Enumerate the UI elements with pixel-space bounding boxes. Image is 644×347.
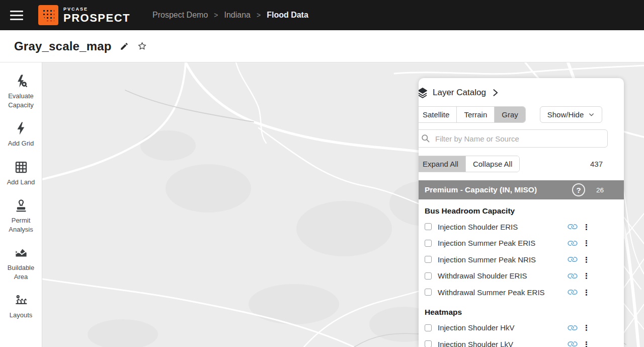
show-hide-dropdown[interactable]: Show/Hide bbox=[540, 106, 603, 123]
logo-text-bottom: PROSPECT bbox=[63, 13, 130, 24]
tool-label: Add Land bbox=[7, 178, 35, 187]
layer-label: Injection Shoulder ERIS bbox=[438, 223, 518, 231]
breadcrumb-item-current: Flood Data bbox=[267, 11, 308, 20]
link-icon[interactable] bbox=[566, 285, 580, 299]
link-icon[interactable] bbox=[566, 321, 580, 335]
area-icon bbox=[14, 245, 29, 260]
tool-add-grid[interactable]: Add Grid bbox=[0, 116, 42, 155]
left-toolbar: Evaluate Capacity Add Grid Add Land Perm… bbox=[0, 62, 42, 347]
pvcase-logo-mark-icon bbox=[38, 5, 58, 25]
collapse-all-button[interactable]: Collapse All bbox=[466, 156, 519, 172]
tab-gray[interactable]: Gray bbox=[495, 107, 525, 122]
tab-satellite[interactable]: Satellite bbox=[419, 107, 457, 122]
bolt-icon bbox=[14, 121, 29, 136]
link-icon[interactable] bbox=[566, 269, 580, 283]
chevron-right-icon[interactable] bbox=[490, 88, 500, 98]
help-question-icon[interactable]: ? bbox=[572, 183, 585, 196]
layer-checkbox[interactable] bbox=[425, 223, 432, 230]
expand-collapse-group: Expand All Collapse All bbox=[419, 156, 520, 172]
edit-title-pencil-icon[interactable] bbox=[119, 41, 130, 52]
expand-all-button[interactable]: Expand All bbox=[419, 156, 466, 172]
group-title: Premium - Capacity (IN, MISO) bbox=[425, 185, 537, 194]
group-count: 26 bbox=[596, 186, 604, 194]
tool-label: Buildable Area bbox=[2, 263, 40, 281]
link-icon[interactable] bbox=[566, 220, 580, 234]
tool-label: Evaluate Capacity bbox=[2, 92, 40, 109]
section-title-bus-headroom: Bus Headroom Capacity bbox=[419, 199, 624, 219]
kebab-menu-icon[interactable]: ⋮ bbox=[583, 324, 587, 331]
basemap-segmented-control: Satellite Terrain Gray bbox=[419, 106, 526, 123]
filter-row bbox=[419, 129, 608, 148]
grid-icon bbox=[14, 160, 29, 175]
layer-catalog-panel: Layer Catalog Satellite Terrain Gray Sho… bbox=[419, 78, 624, 347]
breadcrumb-separator: > bbox=[257, 11, 261, 19]
layer-label: Injection Summer Peak NRIS bbox=[438, 255, 536, 264]
breadcrumb-item-project[interactable]: Prospect Demo bbox=[152, 11, 208, 20]
stamp-icon bbox=[14, 198, 29, 213]
bolt-search-icon bbox=[14, 74, 29, 89]
kebab-menu-icon[interactable]: ⋮ bbox=[583, 340, 587, 347]
layer-checkbox[interactable] bbox=[425, 272, 432, 280]
breadcrumb-separator: > bbox=[214, 11, 218, 19]
section-title-heatmaps: Heatmaps bbox=[419, 301, 624, 320]
link-icon[interactable] bbox=[566, 337, 580, 347]
favorite-star-icon[interactable] bbox=[137, 41, 148, 52]
solar-rows-icon bbox=[14, 293, 29, 308]
layer-total-count: 437 bbox=[590, 160, 617, 168]
map-canvas[interactable]: Layer Catalog Satellite Terrain Gray Sho… bbox=[42, 62, 644, 347]
basemap-selector-row: Satellite Terrain Gray Show/Hide bbox=[419, 106, 624, 123]
expand-collapse-row: Expand All Collapse All 437 bbox=[419, 156, 624, 172]
layer-row: Withdrawal Shoulder ERIS ⋮ bbox=[419, 268, 624, 285]
kebab-menu-icon[interactable]: ⋮ bbox=[583, 256, 587, 263]
layer-catalog-header: Layer Catalog bbox=[419, 84, 624, 101]
layer-row: Withdrawal Summer Peak ERIS ⋮ bbox=[419, 284, 624, 301]
tool-evaluate-capacity[interactable]: Evaluate Capacity bbox=[0, 68, 42, 116]
search-icon bbox=[421, 133, 430, 143]
show-hide-label: Show/Hide bbox=[547, 110, 584, 119]
tool-label: Permit Analysis bbox=[2, 216, 40, 234]
kebab-menu-icon[interactable]: ⋮ bbox=[583, 289, 587, 296]
group-header-premium-capacity[interactable]: Premium - Capacity (IN, MISO) ? 26 bbox=[419, 180, 624, 199]
tool-add-land[interactable]: Add Land bbox=[0, 155, 42, 193]
kebab-menu-icon[interactable]: ⋮ bbox=[583, 272, 587, 280]
tool-permit-analysis[interactable]: Permit Analysis bbox=[0, 193, 42, 240]
tab-terrain[interactable]: Terrain bbox=[457, 107, 495, 122]
layer-checkbox[interactable] bbox=[425, 340, 432, 347]
tool-label: Layouts bbox=[10, 311, 33, 320]
app-logo[interactable]: PVCASE PROSPECT bbox=[38, 5, 130, 25]
layer-checkbox[interactable] bbox=[425, 256, 432, 263]
page-title: Gray_scale_map bbox=[14, 39, 112, 53]
layer-row: Injection Shoulder LkV ⋮ bbox=[419, 336, 624, 347]
layer-row: Injection Shoulder ERIS ⋮ bbox=[419, 219, 624, 235]
layer-checkbox[interactable] bbox=[425, 289, 432, 296]
breadcrumb-item-region[interactable]: Indiana bbox=[224, 11, 251, 20]
title-bar: Gray_scale_map bbox=[0, 30, 644, 62]
layer-row: Injection Summer Peak ERIS ⋮ bbox=[419, 235, 624, 252]
tool-buildable-area[interactable]: Buildable Area bbox=[0, 240, 42, 288]
layers-icon bbox=[419, 87, 429, 99]
link-icon[interactable] bbox=[566, 236, 580, 250]
chevron-down-icon bbox=[588, 111, 595, 118]
tool-label: Add Grid bbox=[8, 139, 34, 148]
layer-catalog-title: Layer Catalog bbox=[433, 88, 486, 98]
app-header: PVCASE PROSPECT Prospect Demo > Indiana … bbox=[0, 0, 644, 30]
layer-checkbox[interactable] bbox=[425, 324, 432, 331]
layer-row: Injection Shoulder HkV ⋮ bbox=[419, 320, 624, 336]
kebab-menu-icon[interactable]: ⋮ bbox=[583, 223, 587, 231]
layer-label: Withdrawal Summer Peak ERIS bbox=[438, 288, 545, 297]
hamburger-menu-icon[interactable] bbox=[10, 9, 27, 22]
layer-label: Injection Summer Peak ERIS bbox=[438, 239, 535, 247]
layer-label: Withdrawal Shoulder ERIS bbox=[438, 271, 527, 280]
layer-label: Injection Shoulder LkV bbox=[438, 340, 513, 347]
logo-text-top: PVCASE bbox=[63, 7, 130, 12]
layer-checkbox[interactable] bbox=[425, 240, 432, 247]
breadcrumb: Prospect Demo > Indiana > Flood Data bbox=[152, 11, 308, 20]
tool-layouts[interactable]: Layouts bbox=[0, 288, 42, 326]
layer-filter-input[interactable] bbox=[419, 129, 608, 148]
kebab-menu-icon[interactable]: ⋮ bbox=[583, 239, 587, 247]
link-icon[interactable] bbox=[566, 252, 580, 266]
layer-row: Injection Summer Peak NRIS ⋮ bbox=[419, 251, 624, 268]
layer-label: Injection Shoulder HkV bbox=[438, 323, 515, 332]
